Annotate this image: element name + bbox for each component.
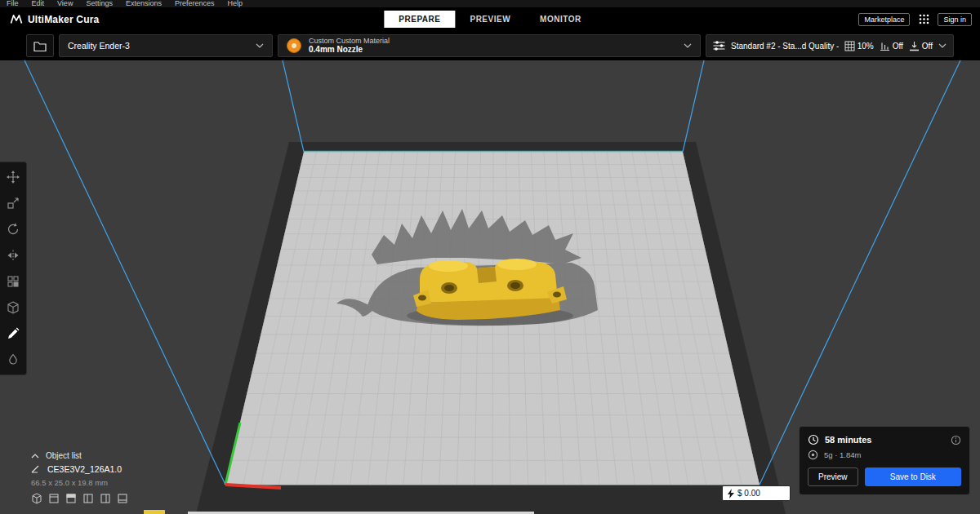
save-to-disk-button[interactable]: Save to Disk [865,467,961,486]
droplet-icon [7,353,20,366]
custom-supports-button[interactable] [2,349,24,370]
menu-bar: File Edit View Settings Extensions Prefe… [0,0,980,7]
material-brand-icon [287,38,301,53]
material-selector[interactable]: Custom Custom Material 0.4mm Nozzle [278,34,701,57]
object-item-name: CE3E3V2_126A1.0 [47,464,122,474]
object-list-panel: Object list CE3E3V2_126A1.0 66.5 x 25.0 … [31,451,128,504]
ultimaker-logo-icon [10,14,23,24]
rotate-icon [7,223,20,236]
camera-view-buttons [31,493,128,504]
print-summary-panel: 58 minutes 5g · 1.84m Preview Save to Di… [799,426,970,495]
material-usage: 5g · 1.84m [824,450,861,459]
view-bottom-icon[interactable] [117,493,128,504]
menu-item-view[interactable]: View [57,0,73,7]
object-list-item[interactable]: CE3E3V2_126A1.0 [31,464,128,474]
view-left-icon[interactable] [82,493,94,504]
scale-tool-button[interactable] [2,193,24,214]
printer-selector[interactable]: Creality Ender-3 [59,34,273,57]
menu-item-edit[interactable]: Edit [32,0,45,7]
material-name: Custom Custom Material [309,37,390,45]
menu-item-help[interactable]: Help [227,0,243,7]
app-logo: UltiMaker Cura [0,14,100,25]
menu-item-file[interactable]: File [7,0,19,7]
scale-icon [7,197,20,210]
mirror-tool-button[interactable] [2,245,24,266]
move-tool-button[interactable] [2,166,24,188]
profile-name: Standard #2 - Sta...d Quality - 0.2mm [731,42,839,51]
adhesion-icon [909,41,920,51]
menu-item-extensions[interactable]: Extensions [126,0,162,7]
object-list-toggle[interactable]: Object list [31,451,128,460]
per-model-settings-button[interactable] [2,271,24,292]
menu-item-settings[interactable]: Settings [86,0,113,7]
print-settings-selector[interactable]: Standard #2 - Sta...d Quality - 0.2mm 10… [706,34,954,57]
measure-pencil-icon [7,327,20,340]
header-bar: UltiMaker Cura PREPARE PREVIEW MONITOR M… [0,7,980,31]
tab-prepare[interactable]: PREPARE [384,11,455,28]
view-top-icon[interactable] [65,493,77,504]
configuration-bar: Creality Ender-3 Custom Custom Material … [0,31,980,60]
material-spool-icon [808,450,818,460]
bottom-edge-accent [144,510,165,514]
tab-preview[interactable]: PREVIEW [455,11,525,28]
view-right-icon[interactable] [100,493,111,504]
adhesion-stat: Off [909,41,933,51]
model-mesh[interactable] [407,259,573,326]
tool-sidebar [0,162,27,375]
chevron-down-icon [256,43,264,48]
preview-button[interactable]: Preview [808,467,858,486]
printer-name: Creality Ender-3 [68,41,130,51]
move-icon [7,171,20,184]
mirror-icon [7,249,20,262]
app-title: UltiMaker Cura [28,14,100,25]
view-front-icon[interactable] [48,493,60,504]
info-icon[interactable] [951,435,961,445]
chevron-down-icon [684,43,692,48]
sliders-icon [713,40,725,51]
object-dimensions: 66.5 x 25.0 x 19.8 mm [31,478,128,487]
sign-in-button[interactable]: Sign in [938,13,972,26]
open-file-button[interactable] [26,34,54,57]
marketplace-button[interactable]: Marketplace [858,13,910,26]
menu-item-preferences[interactable]: Preferences [175,0,215,7]
support-stat: Off [880,41,903,51]
folder-icon [33,41,47,51]
viewport-3d[interactable]: Object list CE3E3V2_126A1.0 66.5 x 25.0 … [0,60,980,514]
rotate-tool-button[interactable] [2,219,24,240]
nozzle-size: 0.4mm Nozzle [309,45,390,55]
view-3d-icon[interactable] [31,493,42,504]
print-time: 58 minutes [825,435,871,445]
infill-icon [844,41,855,51]
app-grid-icon[interactable] [916,12,931,27]
cost-value: $ 0.00 [737,489,760,498]
chevron-up-icon [31,454,39,459]
object-item-icon [31,465,41,473]
support-blocker-button[interactable] [2,297,24,318]
stage-switcher: PREPARE PREVIEW MONITOR [384,11,595,28]
tab-monitor[interactable]: MONITOR [525,11,596,28]
chevron-down-icon [938,43,947,48]
object-list-title: Object list [46,451,82,460]
clock-icon [808,434,819,445]
per-model-settings-icon [7,275,20,288]
cost-icon [728,489,734,498]
support-blocker-icon [7,301,20,314]
infill-stat: 10% [844,41,874,51]
cost-estimate-box[interactable]: $ 0.00 [722,485,791,501]
header-right-cluster: Marketplace Sign in [858,12,980,27]
support-icon [880,41,890,51]
measure-tool-button[interactable] [2,323,24,344]
